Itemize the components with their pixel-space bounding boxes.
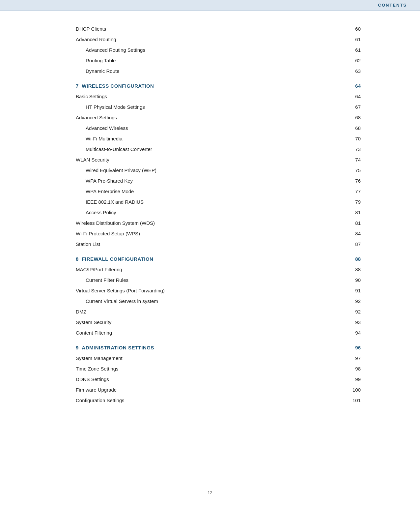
entry-page: 70 — [348, 135, 361, 143]
section-page: 96 — [348, 345, 361, 350]
entry-page: 79 — [348, 198, 361, 206]
entry-text: Configuration Settings — [76, 397, 125, 404]
entry-page: 63 — [348, 67, 361, 75]
entry-page: 76 — [348, 177, 361, 185]
entry-text: HT Physical Mode Settings — [86, 103, 145, 111]
entry-page: 68 — [348, 114, 361, 122]
toc-entry: System Security93 — [76, 317, 361, 328]
toc-entry: Advanced Routing61 — [76, 34, 361, 45]
entry-page: 74 — [348, 156, 361, 164]
entry-text: Multicast-to-Unicast Converter — [86, 145, 152, 153]
entry-page: 92 — [348, 297, 361, 305]
entry-text: Virtual Server Settings (Port Forwarding… — [76, 287, 165, 295]
entry-page: 64 — [348, 93, 361, 101]
section-title: Administration Settings — [82, 345, 348, 350]
toc-entry: HT Physical Mode Settings67 — [76, 102, 361, 112]
section-number: 9 — [76, 345, 78, 350]
header-title: Contents — [378, 3, 407, 8]
entry-text: Dynamic Route — [86, 67, 120, 75]
entry-text: WLAN Security — [76, 156, 109, 164]
section-header-7: 7Wireless Configuration64 — [76, 78, 361, 91]
entry-text: Firmware Upgrade — [76, 386, 117, 394]
entry-page: 97 — [348, 354, 361, 362]
entry-text: Wi-Fi Multimedia — [86, 135, 123, 143]
entry-text: Access Policy — [86, 209, 116, 217]
entry-page: 100 — [348, 386, 361, 394]
entry-text: Advanced Routing Settings — [86, 46, 145, 54]
entry-page: 90 — [348, 276, 361, 284]
toc-entry: Basic Settings64 — [76, 91, 361, 102]
entry-text: DDNS Settings — [76, 375, 109, 383]
entry-text: Content Filtering — [76, 329, 112, 337]
section-number: 7 — [76, 83, 78, 89]
entry-page: 61 — [348, 36, 361, 44]
entry-page: 84 — [348, 230, 361, 238]
entry-page: 98 — [348, 365, 361, 373]
entry-page: 75 — [348, 166, 361, 174]
toc-entry: System Management97 — [76, 353, 361, 364]
entry-text: System Management — [76, 354, 123, 362]
entry-text: System Security — [76, 318, 111, 326]
page-number: – 12 – — [204, 490, 216, 495]
entry-page: 101 — [348, 397, 361, 404]
entry-text: Wired Equivalent Privacy (WEP) — [86, 166, 156, 174]
toc-entry: Current Filter Rules90 — [76, 275, 361, 285]
toc-entry: Multicast-to-Unicast Converter73 — [76, 144, 361, 155]
toc-entry: Wi-Fi Protected Setup (WPS)84 — [76, 228, 361, 239]
entry-page: 92 — [348, 308, 361, 316]
toc-content: DHCP Clients60Advanced Routing61Advanced… — [0, 11, 420, 426]
toc-entry: Current Virtual Servers in system92 — [76, 296, 361, 307]
section-title: Wireless Configuration — [82, 83, 348, 89]
entry-page: 87 — [348, 240, 361, 248]
section-header-8: 8Firewall Configuration88 — [76, 252, 361, 264]
entry-text: Basic Settings — [76, 93, 107, 101]
toc-entry: WPA Pre-Shared Key76 — [76, 176, 361, 186]
toc-entry: DDNS Settings99 — [76, 374, 361, 385]
toc-entry: Advanced Wireless68 — [76, 123, 361, 134]
entry-text: Current Virtual Servers in system — [86, 297, 158, 305]
toc-entry: Wireless Distribution System (WDS)81 — [76, 218, 361, 228]
toc-entry: Time Zone Settings98 — [76, 364, 361, 374]
entry-text: MAC/IP/Port Filtering — [76, 266, 122, 274]
toc-entry: Station List87 — [76, 239, 361, 250]
entry-text: Current Filter Rules — [86, 276, 128, 284]
entry-text: Advanced Routing — [76, 36, 116, 44]
toc-entry: WPA Enterprise Mode77 — [76, 186, 361, 197]
toc-entry: WLAN Security74 — [76, 155, 361, 165]
entry-text: Wireless Distribution System (WDS) — [76, 219, 155, 227]
section-page: 64 — [348, 83, 361, 89]
entry-text: IEEE 802.1X and RADIUS — [86, 198, 144, 206]
entry-page: 93 — [348, 318, 361, 326]
entry-page: 61 — [348, 46, 361, 54]
toc-entry: Wi-Fi Multimedia70 — [76, 134, 361, 144]
toc-entry: DMZ92 — [76, 307, 361, 317]
entry-page: 99 — [348, 375, 361, 383]
entry-text: Advanced Settings — [76, 114, 117, 122]
entry-text: DHCP Clients — [76, 25, 106, 33]
footer: – 12 – — [0, 490, 420, 495]
toc-entry: Firmware Upgrade100 — [76, 385, 361, 395]
entry-text: WPA Pre-Shared Key — [86, 177, 133, 185]
entry-text: DMZ — [76, 308, 87, 316]
entry-text: Routing Table — [86, 57, 116, 65]
entry-page: 73 — [348, 145, 361, 153]
toc-entry: Wired Equivalent Privacy (WEP)75 — [76, 165, 361, 176]
toc-entry: MAC/IP/Port Filtering88 — [76, 264, 361, 275]
entry-text: Time Zone Settings — [76, 365, 119, 373]
entry-page: 94 — [348, 329, 361, 337]
header-bar: Contents — [0, 0, 420, 11]
toc-entry: DHCP Clients60 — [76, 24, 361, 34]
entry-page: 91 — [348, 287, 361, 295]
entry-page: 88 — [348, 266, 361, 274]
toc-entry: Content Filtering94 — [76, 328, 361, 338]
entry-page: 77 — [348, 188, 361, 195]
section-header-9: 9Administration Settings96 — [76, 340, 361, 353]
section-number: 8 — [76, 256, 78, 262]
section-title: Firewall Configuration — [82, 256, 348, 262]
toc-entry: Dynamic Route63 — [76, 66, 361, 76]
toc-entry: Access Policy81 — [76, 207, 361, 218]
toc-entry: Configuration Settings101 — [76, 395, 361, 406]
entry-text: Wi-Fi Protected Setup (WPS) — [76, 230, 140, 238]
toc-entry: IEEE 802.1X and RADIUS79 — [76, 197, 361, 207]
entry-text: Advanced Wireless — [86, 124, 128, 132]
